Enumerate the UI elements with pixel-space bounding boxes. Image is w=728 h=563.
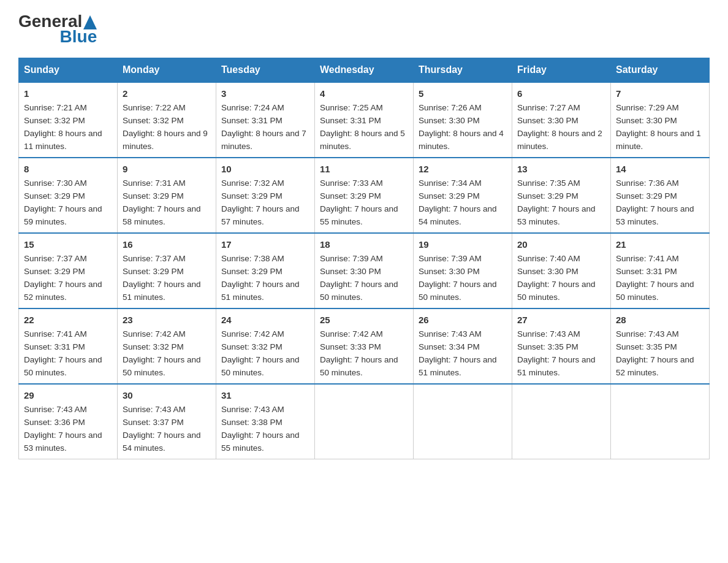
day-number: 22: [24, 313, 112, 327]
day-number: 29: [24, 388, 112, 402]
day-number: 9: [123, 162, 211, 176]
sunrise-text: Sunrise: 7:25 AM: [320, 103, 383, 112]
daylight-text: Daylight: 7 hours and 51 minutes.: [221, 280, 300, 302]
calendar-cell: 22Sunrise: 7:41 AMSunset: 3:31 PMDayligh…: [19, 308, 118, 384]
daylight-text: Daylight: 8 hours and 5 minutes.: [320, 129, 405, 151]
daylight-text: Daylight: 7 hours and 50 minutes.: [616, 280, 694, 302]
logo: General Blue: [18, 12, 97, 45]
calendar-cell: 21Sunrise: 7:41 AMSunset: 3:31 PMDayligh…: [611, 233, 710, 308]
daylight-text: Daylight: 7 hours and 52 minutes.: [616, 355, 694, 377]
day-number: 27: [517, 313, 605, 327]
sunrise-text: Sunrise: 7:26 AM: [419, 103, 482, 112]
day-number: 31: [221, 388, 309, 402]
sunrise-text: Sunrise: 7:40 AM: [517, 254, 580, 263]
sunrise-text: Sunrise: 7:43 AM: [24, 405, 87, 414]
day-number: 13: [517, 162, 605, 176]
sunset-text: Sunset: 3:29 PM: [24, 267, 85, 276]
sunset-text: Sunset: 3:30 PM: [419, 116, 480, 125]
daylight-text: Daylight: 7 hours and 50 minutes.: [221, 355, 300, 377]
header-wednesday: Wednesday: [315, 58, 414, 83]
sunset-text: Sunset: 3:31 PM: [221, 116, 282, 125]
day-number: 16: [123, 237, 211, 251]
calendar-cell: 20Sunrise: 7:40 AMSunset: 3:30 PMDayligh…: [512, 233, 611, 308]
calendar-cell: 24Sunrise: 7:42 AMSunset: 3:32 PMDayligh…: [216, 308, 315, 384]
daylight-text: Daylight: 8 hours and 9 minutes.: [123, 129, 208, 151]
day-number: 23: [123, 313, 211, 327]
day-number: 20: [517, 237, 605, 251]
sunset-text: Sunset: 3:38 PM: [221, 418, 282, 427]
daylight-text: Daylight: 7 hours and 51 minutes.: [517, 355, 596, 377]
sunset-text: Sunset: 3:36 PM: [24, 418, 85, 427]
day-number: 24: [221, 313, 309, 327]
calendar-cell: 9Sunrise: 7:31 AMSunset: 3:29 PMDaylight…: [118, 158, 216, 233]
sunset-text: Sunset: 3:31 PM: [320, 116, 381, 125]
sunrise-text: Sunrise: 7:37 AM: [24, 254, 87, 263]
sunrise-text: Sunrise: 7:42 AM: [123, 329, 186, 339]
day-number: 2: [123, 86, 211, 101]
day-number: 5: [419, 86, 507, 101]
sunrise-text: Sunrise: 7:43 AM: [221, 405, 284, 414]
day-number: 8: [24, 162, 112, 176]
sunrise-text: Sunrise: 7:39 AM: [419, 254, 482, 263]
sunrise-text: Sunrise: 7:43 AM: [123, 405, 186, 414]
sunrise-text: Sunrise: 7:24 AM: [221, 103, 284, 112]
calendar-cell: 30Sunrise: 7:43 AMSunset: 3:37 PMDayligh…: [118, 384, 216, 459]
daylight-text: Daylight: 7 hours and 51 minutes.: [419, 355, 497, 377]
sunset-text: Sunset: 3:32 PM: [123, 342, 184, 351]
calendar-cell: 10Sunrise: 7:32 AMSunset: 3:29 PMDayligh…: [216, 158, 315, 233]
sunrise-text: Sunrise: 7:43 AM: [419, 329, 482, 339]
daylight-text: Daylight: 7 hours and 50 minutes.: [123, 355, 201, 377]
daylight-text: Daylight: 7 hours and 50 minutes.: [320, 355, 398, 377]
logo-blue: Blue: [60, 28, 97, 45]
daylight-text: Daylight: 7 hours and 55 minutes.: [221, 431, 300, 453]
sunset-text: Sunset: 3:30 PM: [320, 267, 381, 276]
sunset-text: Sunset: 3:31 PM: [616, 267, 677, 276]
calendar-cell: 12Sunrise: 7:34 AMSunset: 3:29 PMDayligh…: [414, 158, 512, 233]
calendar-header-row: SundayMondayTuesdayWednesdayThursdayFrid…: [19, 58, 710, 83]
header-sunday: Sunday: [19, 58, 118, 83]
sunset-text: Sunset: 3:29 PM: [221, 267, 282, 276]
sunrise-text: Sunrise: 7:43 AM: [517, 329, 580, 339]
daylight-text: Daylight: 7 hours and 53 minutes.: [24, 431, 102, 453]
calendar-cell: 8Sunrise: 7:30 AMSunset: 3:29 PMDaylight…: [19, 158, 118, 233]
header-friday: Friday: [512, 58, 611, 83]
calendar-cell: 13Sunrise: 7:35 AMSunset: 3:29 PMDayligh…: [512, 158, 611, 233]
calendar-cell: 26Sunrise: 7:43 AMSunset: 3:34 PMDayligh…: [414, 308, 512, 384]
day-number: 12: [419, 162, 507, 176]
day-number: 6: [517, 86, 605, 101]
sunset-text: Sunset: 3:32 PM: [24, 116, 85, 125]
day-number: 15: [24, 237, 112, 251]
sunset-text: Sunset: 3:29 PM: [123, 267, 184, 276]
calendar-cell: 28Sunrise: 7:43 AMSunset: 3:35 PMDayligh…: [611, 308, 710, 384]
sunset-text: Sunset: 3:32 PM: [221, 342, 282, 351]
sunrise-text: Sunrise: 7:32 AM: [221, 178, 284, 188]
daylight-text: Daylight: 7 hours and 54 minutes.: [419, 204, 497, 226]
calendar-cell: 29Sunrise: 7:43 AMSunset: 3:36 PMDayligh…: [19, 384, 118, 459]
sunrise-text: Sunrise: 7:21 AM: [24, 103, 87, 112]
calendar-cell: 5Sunrise: 7:26 AMSunset: 3:30 PMDaylight…: [414, 82, 512, 158]
daylight-text: Daylight: 7 hours and 58 minutes.: [123, 204, 201, 226]
sunrise-text: Sunrise: 7:43 AM: [616, 329, 679, 339]
sunset-text: Sunset: 3:29 PM: [517, 191, 578, 201]
daylight-text: Daylight: 7 hours and 53 minutes.: [616, 204, 694, 226]
sunrise-text: Sunrise: 7:36 AM: [616, 178, 679, 188]
calendar-cell: [414, 384, 512, 459]
calendar-cell: 11Sunrise: 7:33 AMSunset: 3:29 PMDayligh…: [315, 158, 414, 233]
calendar-cell: 19Sunrise: 7:39 AMSunset: 3:30 PMDayligh…: [414, 233, 512, 308]
sunset-text: Sunset: 3:35 PM: [616, 342, 677, 351]
sunset-text: Sunset: 3:32 PM: [123, 116, 184, 125]
sunrise-text: Sunrise: 7:41 AM: [616, 254, 679, 263]
daylight-text: Daylight: 8 hours and 11 minutes.: [24, 129, 102, 151]
daylight-text: Daylight: 7 hours and 51 minutes.: [123, 280, 201, 302]
sunrise-text: Sunrise: 7:35 AM: [517, 178, 580, 188]
day-number: 21: [616, 237, 704, 251]
week-row-3: 15Sunrise: 7:37 AMSunset: 3:29 PMDayligh…: [19, 233, 710, 308]
daylight-text: Daylight: 7 hours and 59 minutes.: [24, 204, 102, 226]
sunrise-text: Sunrise: 7:29 AM: [616, 103, 679, 112]
sunrise-text: Sunrise: 7:42 AM: [320, 329, 383, 339]
sunset-text: Sunset: 3:29 PM: [123, 191, 184, 201]
sunrise-text: Sunrise: 7:33 AM: [320, 178, 383, 188]
sunrise-text: Sunrise: 7:39 AM: [320, 254, 383, 263]
sunset-text: Sunset: 3:30 PM: [419, 267, 480, 276]
sunset-text: Sunset: 3:34 PM: [419, 342, 480, 351]
